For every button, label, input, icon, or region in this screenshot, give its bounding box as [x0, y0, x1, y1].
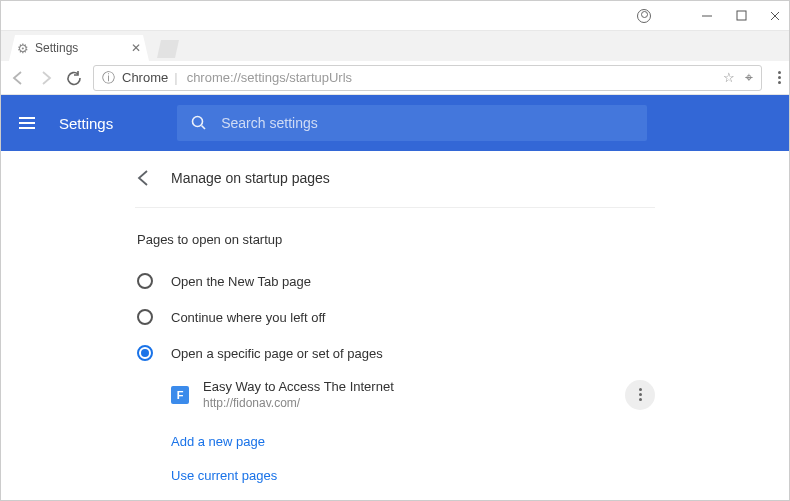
- page-entry-title: Easy Way to Access The Internet: [203, 379, 394, 394]
- add-new-page-link[interactable]: Add a new page: [171, 434, 265, 449]
- settings-search-input[interactable]: [221, 115, 633, 131]
- site-info-icon[interactable]: ⓘ: [102, 69, 115, 87]
- close-window-button[interactable]: [769, 10, 781, 22]
- option-continue[interactable]: Continue where you left off: [135, 299, 655, 335]
- browser-toolbar: ⓘ Chrome| chrome://settings/startupUrls …: [1, 61, 789, 95]
- chrome-chip: Chrome|: [122, 70, 180, 85]
- forward-button[interactable]: [37, 69, 55, 87]
- tab-strip: ⚙ Settings ✕: [1, 31, 789, 61]
- browser-tab-settings[interactable]: ⚙ Settings ✕: [9, 35, 149, 61]
- section-title: Pages to open on startup: [137, 232, 655, 247]
- page-entry-url: http://fidonav.com/: [203, 396, 394, 410]
- settings-header-title: Settings: [59, 115, 113, 132]
- panel-title: Manage on startup pages: [171, 170, 330, 186]
- new-tab-button[interactable]: [157, 40, 179, 58]
- address-bar[interactable]: ⓘ Chrome| chrome://settings/startupUrls …: [93, 65, 762, 91]
- svg-rect-1: [737, 11, 746, 20]
- startup-pages-panel: Manage on startup pages Pages to open on…: [135, 151, 655, 490]
- url-text: chrome://settings/startupUrls: [187, 70, 352, 85]
- tab-title: Settings: [35, 41, 78, 55]
- page-favicon: F: [171, 386, 189, 404]
- startup-page-entry: F Easy Way to Access The Internet http:/…: [171, 371, 655, 418]
- minimize-button[interactable]: [701, 10, 713, 22]
- reload-button[interactable]: [65, 69, 83, 87]
- close-tab-icon[interactable]: ✕: [131, 41, 141, 55]
- settings-search[interactable]: [177, 105, 647, 141]
- window-titlebar: [1, 1, 789, 31]
- radio-unchecked[interactable]: [137, 309, 153, 325]
- option-label: Continue where you left off: [171, 310, 325, 325]
- option-label: Open a specific page or set of pages: [171, 346, 383, 361]
- option-new-tab[interactable]: Open the New Tab page: [135, 263, 655, 299]
- bookmark-star-icon[interactable]: ☆: [723, 70, 735, 85]
- use-current-pages-link[interactable]: Use current pages: [171, 468, 277, 483]
- profile-icon[interactable]: [637, 9, 651, 23]
- panel-back-button[interactable]: [135, 169, 153, 187]
- svg-line-5: [202, 126, 206, 130]
- gear-icon: ⚙: [17, 41, 29, 56]
- page-entry-more-button[interactable]: [625, 380, 655, 410]
- settings-header: Settings: [1, 95, 789, 151]
- browser-menu-button[interactable]: [778, 71, 781, 84]
- search-icon: [191, 115, 207, 131]
- option-label: Open the New Tab page: [171, 274, 311, 289]
- option-specific-pages[interactable]: Open a specific page or set of pages: [135, 335, 655, 371]
- maximize-button[interactable]: [735, 10, 747, 22]
- location-icon[interactable]: ⌖: [745, 69, 753, 86]
- svg-point-4: [193, 117, 203, 127]
- radio-unchecked[interactable]: [137, 273, 153, 289]
- back-button[interactable]: [9, 69, 27, 87]
- radio-checked[interactable]: [137, 345, 153, 361]
- menu-icon[interactable]: [19, 117, 35, 129]
